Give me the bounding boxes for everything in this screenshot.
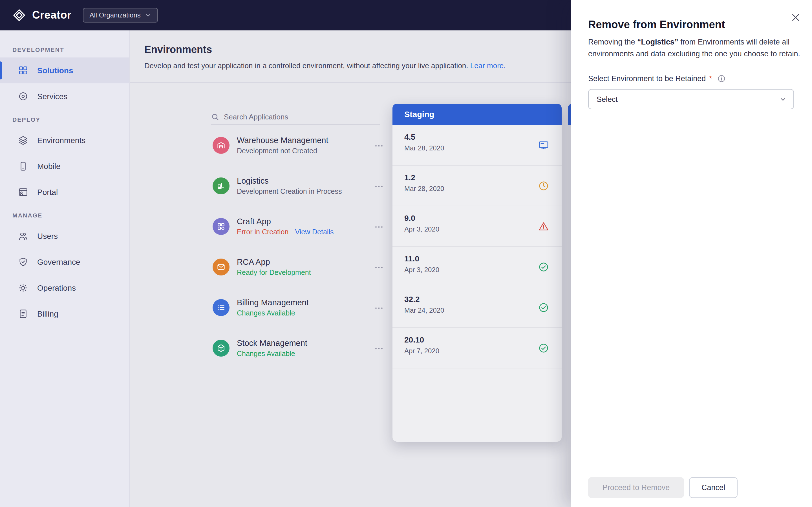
view-details-link[interactable]: View Details — [295, 228, 334, 236]
app-status: Error in Creation — [237, 228, 289, 236]
sidebar-item-label: Services — [37, 92, 67, 101]
staging-cell[interactable]: 32.2 Mar 24, 2020 — [393, 287, 562, 328]
environment-select-value: Select — [597, 95, 618, 103]
cube-icon — [213, 340, 230, 356]
sidebar-item-environments[interactable]: Environments — [0, 127, 129, 153]
app-title: Creator — [32, 9, 71, 21]
services-icon — [18, 91, 28, 101]
sidebar-item-label: Solutions — [37, 66, 73, 75]
app-name[interactable]: Warehouse Management — [237, 136, 328, 145]
sidebar-item-label: Environments — [37, 136, 86, 145]
sidebar-item-label: Users — [37, 231, 58, 240]
sidebar-item-services[interactable]: Services — [0, 83, 129, 109]
in-progress-icon — [538, 180, 549, 191]
document-icon — [18, 309, 28, 319]
table-row[interactable]: Logistics Development Creation in Proces… — [213, 166, 392, 206]
sidebar-item-portal[interactable]: Portal — [0, 179, 129, 205]
info-icon[interactable] — [717, 74, 726, 83]
panel-description: Removing the “Logistics” from Environmen… — [588, 36, 811, 60]
staging-column-header[interactable]: Staging — [393, 104, 562, 125]
cancel-button[interactable]: Cancel — [689, 477, 738, 498]
mail-icon — [213, 259, 230, 276]
table-row[interactable]: RCA App Ready for Development — [213, 247, 392, 287]
remove-environment-panel: Remove from Environment Removing the “Lo… — [571, 0, 812, 507]
sidebar-item-label: Billing — [37, 309, 58, 318]
sidebar-item-solutions[interactable]: Solutions — [0, 57, 129, 83]
table-row[interactable]: Stock Management Changes Available — [213, 328, 392, 369]
required-marker: * — [709, 74, 712, 83]
page-description: Develop and test your application in a c… — [144, 61, 506, 70]
sidebar-item-label: Portal — [37, 187, 58, 196]
gear-icon — [18, 283, 28, 293]
shield-icon — [18, 257, 28, 267]
creator-logo-icon — [12, 8, 26, 22]
more-options-icon[interactable] — [374, 344, 384, 353]
retain-field-label: Select Environment to be Retained * — [588, 74, 726, 83]
sidebar-item-billing[interactable]: Billing — [0, 301, 129, 327]
sidebar-item-label: Mobile — [37, 162, 61, 171]
sidebar-item-operations[interactable]: Operations — [0, 275, 129, 301]
app-status: Changes Available — [237, 309, 309, 317]
users-icon — [18, 231, 28, 241]
app-status: Development Creation in Process — [237, 187, 342, 195]
table-row[interactable]: Craft App Error in Creation View Details — [213, 206, 392, 247]
grid-icon — [18, 65, 28, 75]
chevron-down-icon — [145, 12, 151, 18]
close-icon[interactable] — [791, 12, 801, 22]
table-row[interactable]: Billing Management Changes Available — [213, 287, 392, 328]
portal-icon — [18, 187, 28, 197]
more-options-icon[interactable] — [374, 181, 384, 190]
staging-cell[interactable]: 9.0 Apr 3, 2020 — [393, 206, 562, 247]
mobile-icon — [18, 161, 28, 171]
app-name[interactable]: Craft App — [237, 217, 334, 226]
list-icon — [213, 299, 230, 316]
forklift-icon — [213, 177, 230, 194]
sidebar-item-users[interactable]: Users — [0, 223, 129, 249]
more-options-icon[interactable] — [374, 222, 384, 231]
layers-icon — [18, 135, 28, 145]
sidebar-item-label: Operations — [37, 283, 76, 292]
learn-more-link[interactable]: Lear more. — [470, 61, 506, 70]
table-row[interactable]: Warehouse Management Development not Cre… — [213, 125, 392, 166]
staging-cell[interactable]: 1.2 Mar 28, 2020 — [393, 166, 562, 206]
application-list: Warehouse Management Development not Cre… — [213, 125, 392, 369]
sidebar-item-mobile[interactable]: Mobile — [0, 153, 129, 179]
panel-description-prefix: Removing the — [588, 38, 637, 46]
more-options-icon[interactable] — [374, 141, 384, 150]
app-name[interactable]: Billing Management — [237, 298, 309, 307]
app-status: Changes Available — [237, 350, 307, 358]
staging-cell[interactable]: 11.0 Apr 3, 2020 — [393, 247, 562, 287]
app-name[interactable]: RCA App — [237, 258, 311, 267]
retain-field-label-text: Select Environment to be Retained — [588, 74, 706, 83]
sidebar-item-governance[interactable]: Governance — [0, 249, 129, 275]
chevron-down-icon — [779, 96, 786, 103]
sidebar: DEVELOPMENT Solutions Services DEPLOY — [0, 31, 130, 507]
search-bar — [211, 109, 380, 125]
success-check-icon — [538, 302, 549, 313]
org-selector-label: All Organizations — [89, 11, 140, 19]
sidebar-item-label: Governance — [37, 258, 80, 267]
environment-select[interactable]: Select — [588, 89, 794, 109]
app-name[interactable]: Logistics — [237, 176, 342, 185]
search-icon — [211, 113, 219, 121]
panel-footer: Proceed to Remove Cancel — [588, 477, 738, 498]
staging-column: Staging 4.5 Mar 28, 2020 1.2 Mar 28, 202… — [393, 104, 562, 442]
panel-app-name: “Logistics” — [637, 38, 678, 46]
staging-cell[interactable]: 4.5 Mar 28, 2020 — [393, 125, 562, 166]
success-check-icon — [538, 262, 549, 273]
section-label-manage: MANAGE — [0, 205, 129, 223]
page-title: Environments — [144, 44, 212, 56]
staging-cell[interactable]: 20.10 Apr 7, 2020 — [393, 328, 562, 369]
more-options-icon[interactable] — [374, 303, 384, 312]
search-input[interactable] — [224, 113, 380, 121]
app-name[interactable]: Stock Management — [237, 339, 307, 348]
app-status: Development not Created — [237, 147, 328, 155]
section-label-development: DEVELOPMENT — [0, 40, 129, 57]
page-description-text: Develop and test your application in a c… — [144, 61, 468, 70]
grid-badge-icon — [213, 218, 230, 235]
more-options-icon[interactable] — [374, 263, 384, 272]
success-check-icon — [538, 342, 549, 354]
org-selector[interactable]: All Organizations — [83, 8, 158, 22]
proceed-to-remove-button[interactable]: Proceed to Remove — [588, 477, 684, 498]
app-status: Ready for Development — [237, 269, 311, 277]
